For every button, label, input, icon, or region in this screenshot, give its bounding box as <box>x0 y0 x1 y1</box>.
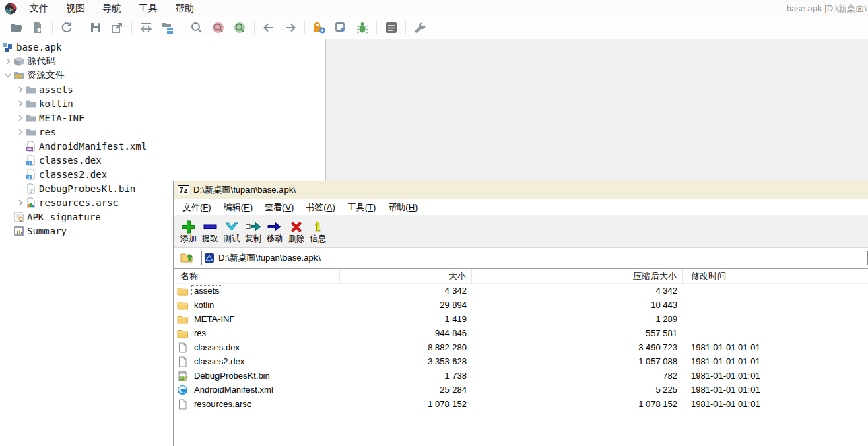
tree-item-label: kotlin <box>39 98 73 109</box>
file-row-classes2.dex[interactable]: classes2.dex3 353 6281 057 0881981-01-01… <box>174 354 868 369</box>
tree-chevron-icon[interactable] <box>15 113 26 123</box>
tree-item-base.apk[interactable]: base.apk <box>0 40 325 54</box>
column-header-packed-size[interactable]: 压缩后大小 <box>472 269 683 283</box>
file-row-kotlin[interactable]: kotlin29 89410 443 <box>174 298 868 312</box>
address-field[interactable]: D:\新桌面\fupan\base.apk\ <box>201 251 868 265</box>
settings-icon[interactable] <box>413 20 428 35</box>
add-file-icon[interactable] <box>30 20 45 35</box>
tree-item-classes.dex[interactable]: Jclasses.dex <box>0 153 325 167</box>
sevenzip-menu-item[interactable]: 编辑(E) <box>218 201 259 214</box>
file-icon <box>177 356 188 367</box>
extract-button[interactable]: 提取 <box>199 216 221 246</box>
file-size-cell: 1 419 <box>340 314 472 324</box>
apk-icon <box>3 42 13 53</box>
tree-item-label: Summary <box>27 226 67 236</box>
export-icon[interactable] <box>110 20 125 35</box>
file-icon <box>177 342 188 353</box>
file-row-debugprobeskt.bin[interactable]: DebugProbesKt.bin1 7387821981-01-01 01:0… <box>174 369 868 383</box>
search-icon[interactable] <box>189 20 204 35</box>
svg-text:dx: dx <box>8 7 13 11</box>
sevenzip-file-list: 名称大小压缩后大小修改时间 assets4 3424 342kotlin29 8… <box>174 268 868 446</box>
file-size-cell: 4 342 <box>340 286 472 296</box>
tree-item-kotlin[interactable]: kotlin <box>0 96 325 110</box>
file-row-classes.dex[interactable]: classes.dex8 882 2803 490 7231981-01-01 … <box>174 340 868 354</box>
search-usage-icon[interactable] <box>232 20 247 35</box>
toolbar-button-label: 复制 <box>245 234 261 243</box>
tree-item-label: resources.arsc <box>39 197 119 208</box>
open-folder-icon[interactable] <box>9 20 24 35</box>
jadx-menu-item[interactable]: 视图 <box>57 3 94 15</box>
packages-icon[interactable] <box>160 20 175 35</box>
log-icon[interactable] <box>384 20 399 35</box>
tree-chevron-icon[interactable] <box>3 56 13 67</box>
deobfuscation-icon[interactable] <box>312 20 327 35</box>
file-name-label: AndroidManifest.xml <box>191 384 276 395</box>
dex-icon: J <box>26 169 36 180</box>
info-icon: i <box>310 219 325 234</box>
file-size-cell: 1 738 <box>340 371 472 381</box>
tree-chevron-icon[interactable] <box>3 70 13 81</box>
toolbar-separator <box>304 21 305 34</box>
file-row-assets[interactable]: assets4 3424 342 <box>174 284 868 298</box>
copy-button[interactable]: 复制 <box>242 216 264 246</box>
column-header-size[interactable]: 大小 <box>340 269 472 283</box>
save-icon[interactable] <box>88 20 103 35</box>
inspector-icon[interactable] <box>333 20 348 35</box>
folder-icon <box>26 127 36 137</box>
jadx-menu-item[interactable]: 帮助 <box>166 3 203 15</box>
up-folder-button[interactable] <box>178 250 196 266</box>
jadx-menu-item[interactable]: 工具 <box>130 3 166 15</box>
file-row-meta-inf[interactable]: META-INF1 4191 289 <box>174 312 868 326</box>
tree-item-assets[interactable]: assets <box>0 82 325 96</box>
tree-item-classes2.dex[interactable]: Jclasses2.dex <box>0 167 325 181</box>
file-packed-size-cell: 1 057 088 <box>472 356 683 367</box>
file-name-cell: META-INF <box>174 313 340 325</box>
toolbar-button-label: 信息 <box>310 234 326 243</box>
sevenzip-menu-item[interactable]: 文件(F) <box>176 201 218 214</box>
tree-item--[interactable]: 资源文件 <box>0 68 325 82</box>
file-row-resources.arsc[interactable]: resources.arsc1 078 1521 078 1521981-01-… <box>174 397 868 411</box>
tree-chevron-icon[interactable] <box>15 84 26 95</box>
folder-icon <box>26 84 36 95</box>
sevenzip-menu-item[interactable]: 帮助(H) <box>382 201 424 214</box>
file-packed-size-cell: 5 225 <box>472 385 683 395</box>
sevenzip-menu-item[interactable]: 书签(A) <box>300 201 341 214</box>
test-button[interactable]: 测试 <box>221 216 242 246</box>
jadx-menu-item[interactable]: 导航 <box>94 3 130 15</box>
tree-item-label: classes2.dex <box>39 169 107 180</box>
file-row-androidmanifest.xml[interactable]: AndroidManifest.xml25 2845 2251981-01-01… <box>174 383 868 397</box>
summary-icon <box>13 226 24 236</box>
refresh-icon[interactable] <box>59 20 74 35</box>
tree-chevron-icon[interactable] <box>15 98 26 109</box>
column-header-name[interactable]: 名称 <box>174 269 340 283</box>
file-row-res[interactable]: res944 846557 581 <box>174 326 868 340</box>
column-header-modified[interactable]: 修改时间 <box>683 269 868 283</box>
add-button[interactable]: 添加 <box>178 216 199 246</box>
search-class-icon[interactable] <box>211 20 226 35</box>
debug-icon[interactable] <box>355 20 370 35</box>
tree-item-label: AndroidManifest.xml <box>39 141 147 152</box>
tree-chevron-icon[interactable] <box>15 197 26 208</box>
tree-item-androidmanifest.xml[interactable]: MFAndroidManifest.xml <box>0 139 325 153</box>
folder-icon <box>177 300 188 311</box>
delete-button[interactable]: 删除 <box>286 216 307 246</box>
sevenzip-menu-item[interactable]: 工具(T) <box>341 201 382 214</box>
file-packed-size-cell: 10 443 <box>472 300 683 310</box>
tree-item--[interactable]: 源代码 <box>0 54 325 68</box>
jadx-menu-item[interactable]: 文件 <box>21 3 57 15</box>
tree-chevron-icon[interactable] <box>15 127 26 137</box>
sevenzip-titlebar[interactable]: 7z D:\新桌面\fupan\base.apk\ <box>174 181 868 199</box>
info-button[interactable]: i信息 <box>307 216 329 246</box>
tree-item-meta-inf[interactable]: META-INF <box>0 110 325 125</box>
sevenzip-menubar: 文件(F)编辑(E)查看(V)书签(A)工具(T)帮助(H) <box>174 199 868 215</box>
back-icon[interactable] <box>261 20 276 35</box>
move-button[interactable]: 移动 <box>264 216 286 246</box>
file-modified-cell: 1981-01-01 01:01 <box>683 371 868 381</box>
folder-icon <box>177 314 188 325</box>
tree-item-res[interactable]: res <box>0 125 325 139</box>
xml-icon <box>177 385 188 395</box>
fit-width-icon[interactable] <box>139 20 154 35</box>
sevenzip-menu-item[interactable]: 查看(V) <box>259 201 300 214</box>
forward-icon[interactable] <box>283 20 298 35</box>
file-name-label: META-INF <box>191 313 237 325</box>
